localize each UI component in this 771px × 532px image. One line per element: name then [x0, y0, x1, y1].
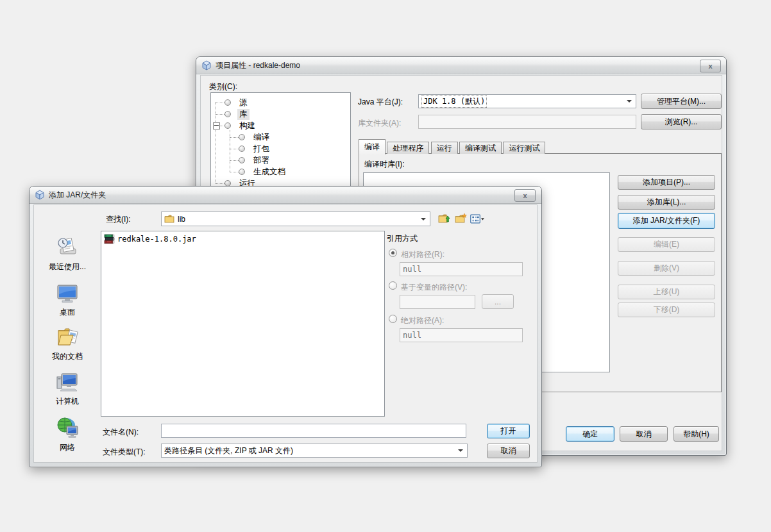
sidebar-item-documents[interactable]: 我的文档 [38, 327, 97, 362]
manage-platforms-button[interactable]: 管理平台(M)... [641, 94, 722, 109]
new-folder-button[interactable] [453, 212, 468, 225]
netbeans-cube-icon [201, 60, 212, 71]
sidebar-item-desktop[interactable]: 桌面 [38, 284, 97, 318]
relative-path-radio[interactable] [389, 249, 397, 257]
tree-node-build[interactable]: 构建 [225, 120, 257, 131]
tree-bullet-icon [225, 111, 231, 117]
tree-bullet-icon [239, 134, 245, 140]
look-in-value: lib [178, 215, 185, 224]
tree-guide-line [216, 183, 225, 184]
move-up-button[interactable]: 上移(U) [618, 285, 715, 299]
dialog-cancel-button[interactable]: 取消 [487, 444, 530, 458]
variable-path-radio[interactable] [389, 281, 397, 290]
ok-button[interactable]: 确定 [566, 426, 614, 442]
file-type-combo[interactable]: 类路径条目 (文件夹, ZIP 或 JAR 文件) [161, 444, 468, 458]
java-platform-combo[interactable]: JDK 1.8 (默认) [418, 94, 636, 108]
computer-icon [56, 372, 79, 392]
add-jar-content: 查找(I): lib [33, 204, 538, 463]
add-project-button[interactable]: 添加项目(P)... [618, 175, 715, 190]
variable-browse-button[interactable]: ... [482, 294, 514, 309]
sidebar-item-label: 最近使用... [38, 262, 97, 272]
tree-bullet-icon [225, 99, 231, 106]
dialog-title: 添加 JAR/文件夹 [49, 190, 106, 201]
file-name-label: 文件名(N): [103, 427, 139, 438]
tree-node-deploy[interactable]: 部署 [239, 154, 271, 166]
sidebar-item-recent[interactable]: 最近使用... [38, 236, 97, 272]
file-type-label: 文件类型(T): [103, 447, 146, 458]
tree-node-documentation[interactable]: 生成文档 [239, 166, 287, 178]
tree-node-packaging[interactable]: 打包 [239, 143, 271, 154]
close-icon[interactable]: x [514, 189, 536, 202]
tab-run[interactable]: 运行 [431, 142, 458, 154]
tree-guide-line [230, 130, 230, 172]
sidebar-item-network[interactable]: 网络 [38, 417, 97, 453]
absolute-path-input[interactable] [400, 328, 523, 342]
java-platform-value: JDK 1.8 (默认) [421, 96, 487, 108]
absolute-path-radio[interactable] [389, 315, 397, 323]
tab-compile[interactable]: 编译 [359, 139, 386, 154]
view-menu-button[interactable] [470, 212, 484, 225]
tree-guide-line [230, 160, 239, 161]
jar-archive-icon [104, 234, 115, 244]
look-in-label: 查找(I): [106, 214, 131, 225]
add-jar-dialog: 添加 JAR/文件夹 x 查找(I): lib [29, 186, 542, 467]
variable-path-input[interactable] [400, 295, 475, 309]
add-jar-titlebar[interactable]: 添加 JAR/文件夹 [30, 187, 541, 204]
tab-run-tests[interactable]: 运行测试 [503, 142, 545, 154]
sidebar-item-label: 计算机 [38, 396, 97, 407]
help-button[interactable]: 帮助(H) [674, 426, 719, 442]
tree-guide-line [230, 137, 239, 138]
documents-folder-icon [56, 327, 78, 347]
close-icon[interactable]: x [700, 60, 721, 72]
tree-bullet-icon [225, 122, 231, 129]
sidebar-item-label: 桌面 [38, 307, 97, 318]
add-library-button[interactable]: 添加库(L)... [618, 195, 715, 210]
relative-path-input[interactable] [400, 262, 523, 276]
file-list-item[interactable]: redkale-1.8.0.jar [104, 234, 196, 244]
tree-collapse-icon[interactable] [213, 122, 220, 129]
folder-icon [164, 215, 174, 223]
move-down-button[interactable]: 下移(D) [618, 303, 715, 317]
tree-guide-line [216, 103, 225, 103]
tree-node-libraries[interactable]: 库 [225, 108, 250, 120]
add-jar-folder-button[interactable]: 添加 JAR/文件夹(F) [618, 213, 715, 229]
cancel-button[interactable]: 取消 [620, 426, 668, 442]
tree-node-sources[interactable]: 源 [225, 97, 250, 108]
java-platform-label: Java 平台(J): [358, 97, 403, 108]
file-list[interactable]: redkale-1.8.0.jar [101, 231, 385, 417]
desktop-icon [56, 284, 79, 303]
browse-button[interactable]: 浏览(R)... [641, 114, 722, 129]
tab-compile-tests[interactable]: 编译测试 [459, 142, 502, 154]
remove-button[interactable]: 删除(V) [618, 261, 715, 276]
absolute-path-label: 绝对路径(A): [401, 315, 444, 326]
tree-guide-line [230, 172, 239, 172]
tree-bullet-icon [239, 157, 245, 163]
chevron-down-icon [627, 100, 632, 105]
recent-items-icon [56, 236, 78, 258]
sidebar-item-computer[interactable]: 计算机 [38, 372, 97, 407]
look-in-combo[interactable]: lib [161, 212, 430, 226]
network-icon [56, 417, 79, 438]
tree-bullet-icon [239, 145, 245, 152]
edit-button[interactable]: 编辑(E) [618, 237, 715, 252]
reference-panel-title: 引用方式 [387, 233, 418, 244]
up-one-level-button[interactable] [437, 212, 451, 225]
compile-libs-label: 编译时库(I): [364, 159, 405, 170]
window-title: 项目属性 - redkale-demo [216, 60, 300, 71]
libraries-folder-input[interactable] [418, 115, 636, 129]
file-type-value: 类路径条目 (文件夹, ZIP 或 JAR 文件) [164, 445, 293, 456]
up-folder-icon [437, 213, 450, 224]
tab-processor[interactable]: 处理程序 [387, 142, 429, 154]
project-properties-titlebar[interactable]: 项目属性 - redkale-demo [196, 57, 726, 74]
tree-node-compile[interactable]: 编译 [239, 131, 271, 143]
chevron-down-icon [421, 218, 426, 223]
file-name-input[interactable] [161, 424, 466, 438]
sidebar-item-label: 我的文档 [38, 351, 97, 362]
views-grid-icon [470, 213, 484, 224]
libraries-folder-label: 库文件夹(A): [358, 118, 401, 129]
tree-bullet-icon [239, 169, 245, 175]
open-button[interactable]: 打开 [487, 424, 530, 438]
category-label: 类别(C): [209, 81, 237, 92]
sidebar-item-label: 网络 [38, 442, 97, 453]
tree-guide-line [230, 149, 239, 149]
